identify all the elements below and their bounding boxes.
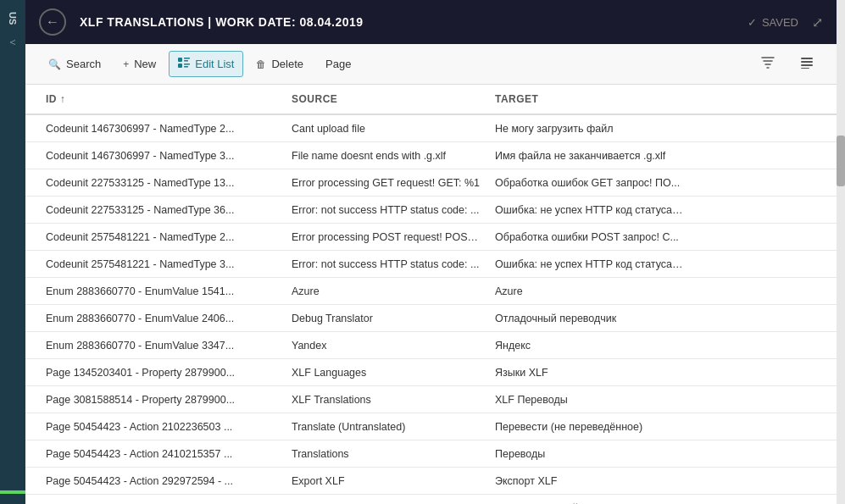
saved-label: SAVED	[762, 16, 798, 29]
cell-target: Отладочный переводчик	[488, 307, 692, 330]
cell-source: Error processing GET request! GET: %1	[285, 172, 488, 194]
cell-source: Error processing POST request! POST:...	[285, 226, 488, 248]
svg-rect-9	[801, 68, 809, 69]
svg-rect-3	[178, 64, 182, 68]
delete-icon: 🗑	[256, 58, 266, 70]
table-row[interactable]: Page 50454423 - Action 2102236503 ...Tra…	[25, 413, 837, 440]
cell-target: Azure	[488, 280, 692, 302]
column-header-target[interactable]: TARGET	[488, 85, 692, 114]
table-row[interactable]: Enum 2883660770 - EnumValue 2406...Debug…	[25, 305, 837, 332]
cell-id: Codeunit 227533125 - NamedType 13...	[39, 172, 285, 194]
edit-list-label: Edit List	[195, 58, 234, 70]
cell-target: Ошибка: не успех HTTP код статуса: ...	[488, 199, 692, 221]
new-label: New	[134, 58, 156, 70]
search-label: Search	[66, 58, 101, 70]
new-button[interactable]: + New	[114, 52, 165, 76]
toolbar: 🔍 Search + New Edit L	[25, 44, 837, 85]
svg-rect-1	[184, 58, 190, 59]
svg-rect-5	[184, 66, 188, 68]
saved-indicator: ✓ SAVED	[748, 16, 798, 29]
cell-id: Codeunit 2575481221 - NamedType 3...	[39, 253, 285, 275]
table-row[interactable]: Page 3081588514 - Property 2879900...XLF…	[25, 386, 837, 413]
table-row[interactable]: Codeunit 2575481221 - NamedType 2...Erro…	[25, 224, 837, 251]
nav-item-v[interactable]: V	[5, 35, 20, 50]
cell-id: Enum 2883660770 - EnumValue 3347...	[39, 335, 285, 357]
cell-target: Экспорт XLF	[488, 470, 692, 492]
svg-rect-4	[184, 64, 190, 65]
nav-item-us[interactable]: US	[4, 7, 21, 30]
edit-list-button[interactable]: Edit List	[169, 51, 243, 77]
column-header-id[interactable]: ID ↑	[39, 85, 285, 114]
table-row[interactable]: Codeunit 1467306997 - NamedType 3...File…	[25, 142, 837, 169]
back-button[interactable]: ←	[39, 8, 66, 36]
cell-source: Translate (Untranslated)	[285, 416, 488, 438]
expand-button[interactable]: ⤢	[812, 14, 823, 30]
cell-source: Translations	[285, 443, 488, 465]
table-row[interactable]: Enum 2883660770 - EnumValue 3347...Yande…	[25, 332, 837, 359]
page-button[interactable]: Page	[316, 52, 360, 76]
svg-rect-8	[801, 64, 813, 66]
svg-rect-7	[801, 61, 813, 63]
cell-target: Не могу загрузить файл	[488, 118, 692, 140]
search-button[interactable]: 🔍 Search	[39, 52, 110, 76]
delete-label: Delete	[271, 58, 303, 70]
cell-id: Enum 2883660770 - EnumValue 1541...	[39, 280, 285, 302]
table-row[interactable]: Codeunit 227533125 - NamedType 36...Erro…	[25, 197, 837, 224]
search-icon: 🔍	[48, 58, 61, 70]
table-row[interactable]: Page 50454423 - Action 3002780882 ...Tra…	[25, 495, 837, 504]
center-panel: ← XLF TRANSLATIONS | WORK DATE: 08.04.20…	[25, 0, 837, 504]
check-icon: ✓	[748, 16, 757, 29]
cell-id: Page 3081588514 - Property 2879900...	[39, 389, 285, 411]
title-bar: ← XLF TRANSLATIONS | WORK DATE: 08.04.20…	[25, 0, 837, 44]
toolbar-right	[752, 51, 823, 77]
page-title: XLF TRANSLATIONS | WORK DATE: 08.04.2019	[80, 15, 748, 29]
table-row[interactable]: Codeunit 1467306997 - NamedType 2...Cant…	[25, 115, 837, 142]
table-row[interactable]: Enum 2883660770 - EnumValue 1541...Azure…	[25, 278, 837, 305]
cell-target: Имя файла не заканчивается .g.xlf	[488, 145, 692, 167]
table-body: Codeunit 1467306997 - NamedType 2...Cant…	[25, 115, 837, 504]
table-row[interactable]: Codeunit 2575481221 - NamedType 3...Erro…	[25, 251, 837, 278]
table-headers: ID ↑ SOURCE TARGET	[25, 85, 837, 115]
left-navigation: US V	[0, 0, 25, 504]
cell-source: Cant upload file	[285, 118, 488, 140]
cell-source: XLF Translations	[285, 389, 488, 411]
cell-target: Языки XLF	[488, 362, 692, 384]
cell-source: Debug Translator	[285, 307, 488, 330]
cell-source: Export XLF	[285, 470, 488, 492]
cell-target: Перевод (из файла, перезапись)	[488, 497, 692, 505]
table-row[interactable]: Page 50454423 - Action 2410215357 ...Tra…	[25, 440, 837, 468]
edit-list-icon	[178, 57, 190, 71]
cell-id: Codeunit 1467306997 - NamedType 3...	[39, 145, 285, 167]
page-label: Page	[325, 58, 351, 70]
scrollbar-area[interactable]	[837, 0, 845, 504]
columns-button[interactable]	[791, 51, 823, 77]
cell-id: Page 1345203401 - Property 2879900...	[39, 362, 285, 384]
table-row[interactable]: Codeunit 227533125 - NamedType 13...Erro…	[25, 169, 837, 197]
table-row[interactable]: Page 1345203401 - Property 2879900...XLF…	[25, 359, 837, 386]
columns-icon	[800, 57, 814, 71]
cell-id: Page 50454423 - Action 292972594 - ...	[39, 470, 285, 492]
filter-button[interactable]	[752, 51, 784, 77]
cell-id: Page 50454423 - Action 2102236503 ...	[39, 416, 285, 438]
cell-source: Azure	[285, 280, 488, 302]
back-icon: ←	[46, 14, 59, 30]
cell-id: Codeunit 2575481221 - NamedType 2...	[39, 226, 285, 248]
cell-id: Page 50454423 - Action 3002780882 ...	[39, 497, 285, 505]
cell-id: Enum 2883660770 - EnumValue 2406...	[39, 307, 285, 330]
table-area: ID ↑ SOURCE TARGET Codeunit 1467306997 -…	[25, 85, 837, 504]
cell-source: File name doesnt ends with .g.xlf	[285, 145, 488, 167]
cell-target: Обработка ошибок GET запрос! ПО...	[488, 172, 692, 194]
column-header-source[interactable]: SOURCE	[285, 85, 488, 114]
cell-source: Error: not success HTTP status code: ...	[285, 199, 488, 221]
cell-source: Yandex	[285, 335, 488, 357]
filter-icon	[761, 57, 775, 71]
scrollbar-thumb[interactable]	[837, 136, 845, 186]
cell-target: Ошибка: не успех HTTP код статуса: ...	[488, 253, 692, 275]
cell-source: XLF Languages	[285, 362, 488, 384]
cell-target: Обработка ошибки POST запрос! С...	[488, 226, 692, 248]
table-row[interactable]: Page 50454423 - Action 292972594 - ...Ex…	[25, 468, 837, 495]
svg-rect-2	[184, 60, 188, 62]
cell-source: Error: not success HTTP status code: ...	[285, 253, 488, 275]
cell-target: Переводы	[488, 443, 692, 465]
delete-button[interactable]: 🗑 Delete	[247, 52, 313, 76]
